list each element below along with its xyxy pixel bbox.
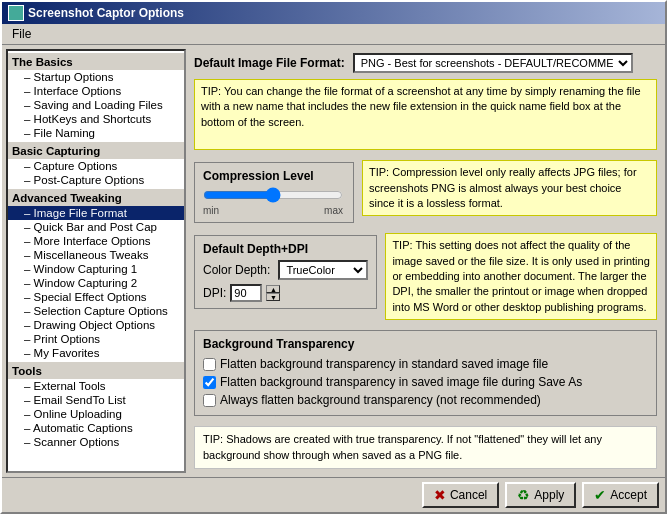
- bg-option3-row: Always flatten background transparency (…: [203, 391, 648, 409]
- sidebar-item[interactable]: – My Favorites: [8, 346, 184, 360]
- sidebar-item[interactable]: – Drawing Object Options: [8, 318, 184, 332]
- cancel-icon: ✖: [434, 487, 446, 503]
- sidebar-item[interactable]: – Scanner Options: [8, 435, 184, 449]
- dpi-up-button[interactable]: ▲: [266, 285, 280, 293]
- dpi-row: DPI: 90 ▲ ▼: [203, 284, 368, 302]
- depth-section: Default Depth+DPI Color Depth: TrueColor…: [194, 235, 377, 309]
- bg-option1-row: Flatten background transparency in stand…: [203, 355, 648, 373]
- cancel-label: Cancel: [450, 488, 487, 502]
- accept-label: Accept: [610, 488, 647, 502]
- sidebar-item[interactable]: – File Naming: [8, 126, 184, 140]
- sidebar-item[interactable]: – Image File Format: [8, 206, 184, 220]
- depth-inner: Color Depth: TrueColor256 Colors16 Color…: [203, 260, 368, 302]
- bg-transparency-section: Background Transparency Flatten backgrou…: [194, 330, 657, 416]
- sidebar: The Basics– Startup Options– Interface O…: [6, 49, 186, 473]
- apply-label: Apply: [534, 488, 564, 502]
- sidebar-item[interactable]: – Window Capturing 2: [8, 276, 184, 290]
- format-label: Default Image File Format:: [194, 56, 345, 70]
- slider-labels: min max: [203, 205, 343, 216]
- bg-title: Background Transparency: [203, 337, 648, 351]
- sidebar-item[interactable]: – Window Capturing 1: [8, 262, 184, 276]
- sidebar-item[interactable]: – External Tools: [8, 379, 184, 393]
- depth-title: Default Depth+DPI: [203, 242, 368, 256]
- bottom-tip: TIP: Shadows are created with true trans…: [194, 426, 657, 469]
- slider-max-label: max: [324, 205, 343, 216]
- slider-min-label: min: [203, 205, 219, 216]
- bg-option1-checkbox[interactable]: [203, 358, 216, 371]
- sidebar-item[interactable]: – Quick Bar and Post Cap: [8, 220, 184, 234]
- sidebar-item[interactable]: – More Interface Options: [8, 234, 184, 248]
- sidebar-item[interactable]: – Saving and Loading Files: [8, 98, 184, 112]
- color-depth-label: Color Depth:: [203, 263, 270, 277]
- title-bar: Screenshot Captor Options: [2, 2, 665, 24]
- color-depth-select[interactable]: TrueColor256 Colors16 ColorsGrayscaleBla…: [278, 260, 368, 280]
- sidebar-item[interactable]: – HotKeys and Shortcuts: [8, 112, 184, 126]
- sidebar-item[interactable]: – Interface Options: [8, 84, 184, 98]
- main-panel: Default Image File Format: PNG - Best fo…: [190, 49, 661, 473]
- bg-option1-label: Flatten background transparency in stand…: [220, 357, 548, 371]
- accept-button[interactable]: ✔ Accept: [582, 482, 659, 508]
- dpi-label: DPI:: [203, 286, 226, 300]
- sidebar-item[interactable]: – Capture Options: [8, 159, 184, 173]
- compression-tip: TIP: Compression level only really affec…: [362, 160, 657, 216]
- sidebar-item[interactable]: – Miscellaneous Tweaks: [8, 248, 184, 262]
- window-title: Screenshot Captor Options: [28, 6, 184, 20]
- color-depth-row: Color Depth: TrueColor256 Colors16 Color…: [203, 260, 368, 280]
- sidebar-section-header: Tools: [8, 362, 184, 379]
- main-window: Screenshot Captor Options File The Basic…: [0, 0, 667, 514]
- bg-option3-label: Always flatten background transparency (…: [220, 393, 541, 407]
- sidebar-item[interactable]: – Post-Capture Options: [8, 173, 184, 187]
- sidebar-item[interactable]: – Special Effect Options: [8, 290, 184, 304]
- format-select[interactable]: PNG - Best for screenshots - DEFAULT/REC…: [353, 53, 633, 73]
- sidebar-item[interactable]: – Online Uploading: [8, 407, 184, 421]
- button-row: ✖ Cancel ♻ Apply ✔ Accept: [2, 477, 665, 512]
- sidebar-section-header: The Basics: [8, 53, 184, 70]
- sidebar-item[interactable]: – Print Options: [8, 332, 184, 346]
- apply-button[interactable]: ♻ Apply: [505, 482, 576, 508]
- bg-option3-checkbox[interactable]: [203, 394, 216, 407]
- bg-option2-checkbox[interactable]: [203, 376, 216, 389]
- app-icon: [8, 5, 24, 21]
- format-tip: TIP: You can change the file format of a…: [194, 79, 657, 150]
- dpi-down-button[interactable]: ▼: [266, 293, 280, 301]
- compress-tip-row: Compression Level min max TIP: Compressi…: [194, 160, 657, 223]
- sidebar-item[interactable]: – Selection Capture Options: [8, 304, 184, 318]
- content-area: The Basics– Startup Options– Interface O…: [2, 45, 665, 477]
- sidebar-section-header: Advanced Tweaking: [8, 189, 184, 206]
- apply-icon: ♻: [517, 487, 530, 503]
- dpi-input[interactable]: 90: [230, 284, 262, 302]
- bg-option2-row: Flatten background transparency in saved…: [203, 373, 648, 391]
- sidebar-section-header: Basic Capturing: [8, 142, 184, 159]
- compression-title: Compression Level: [203, 169, 345, 183]
- depth-tip-row: Default Depth+DPI Color Depth: TrueColor…: [194, 233, 657, 320]
- dpi-spinner: ▲ ▼: [266, 285, 280, 301]
- slider-area: min max: [203, 187, 345, 216]
- depth-tip: TIP: This setting does not affect the qu…: [385, 233, 657, 320]
- format-row: Default Image File Format: PNG - Best fo…: [194, 53, 657, 73]
- sidebar-item[interactable]: – Email SendTo List: [8, 393, 184, 407]
- compression-section: Compression Level min max: [194, 162, 354, 223]
- compression-slider[interactable]: [203, 187, 343, 203]
- accept-icon: ✔: [594, 487, 606, 503]
- menu-bar: File: [2, 24, 665, 45]
- menu-file[interactable]: File: [6, 25, 37, 43]
- cancel-button[interactable]: ✖ Cancel: [422, 482, 499, 508]
- bg-option2-label: Flatten background transparency in saved…: [220, 375, 582, 389]
- sidebar-item[interactable]: – Startup Options: [8, 70, 184, 84]
- sidebar-item[interactable]: – Automatic Captions: [8, 421, 184, 435]
